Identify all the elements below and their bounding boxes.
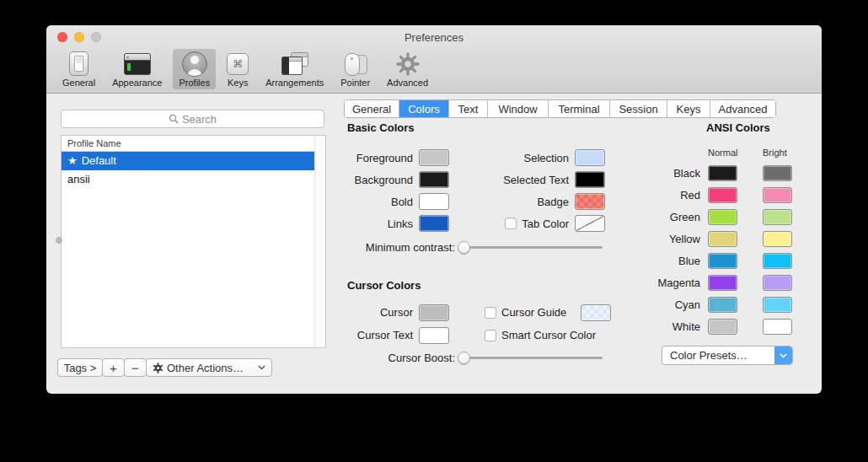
tab-color-checkbox[interactable] [505, 218, 517, 229]
ansi-row-yellow: Yellow [648, 228, 792, 250]
preferences-window: Preferences General × Appearance Profile… [46, 25, 822, 394]
profile-tabbar: General Colors Text Window Terminal Sess… [344, 99, 776, 118]
chevron-down-icon [774, 346, 792, 364]
badge-color-well[interactable] [575, 193, 605, 210]
ansi-cyan-bright-well[interactable] [763, 297, 792, 313]
cursor-boost-slider[interactable] [459, 357, 603, 359]
star-icon: ★ [67, 152, 78, 170]
tab-color-well[interactable] [575, 215, 605, 232]
ansi-colors-title: ANSI Colors [706, 121, 770, 134]
bold-color-well[interactable] [419, 193, 449, 210]
selected-text-color-well[interactable] [575, 171, 605, 188]
other-actions-dropdown[interactable]: Other Actions… [146, 358, 272, 377]
ansi-green-bright-well[interactable] [763, 209, 792, 225]
person-circle-icon [182, 51, 207, 76]
selection-color-well[interactable] [575, 149, 605, 166]
smart-cursor-checkbox[interactable] [485, 330, 496, 341]
ansi-yellow-bright-well[interactable] [763, 231, 792, 247]
ansi-row-green: Green [648, 206, 792, 228]
tab-keys[interactable]: Keys [667, 100, 710, 117]
profile-row-ansii[interactable]: ansii [62, 170, 315, 189]
foreground-color-well[interactable] [419, 149, 449, 166]
minimum-contrast-row: Minimum contrast: [346, 238, 603, 256]
mouse-icon [343, 51, 368, 76]
cursor-guide-color-well[interactable] [581, 304, 611, 321]
toolbar-item-profiles[interactable]: Profiles [173, 49, 216, 89]
cursor-text-color-well[interactable] [419, 327, 449, 344]
basic-colors-right: Selection Selected Text Badge Tab Color [476, 147, 605, 234]
slider-knob[interactable] [458, 241, 470, 254]
ansi-bright-header: Bright [763, 148, 787, 158]
cursor-guide-row: Cursor Guide [485, 301, 611, 324]
profile-list: Profile Name ★ Default ansii [61, 135, 326, 348]
tab-colors[interactable]: Colors [399, 100, 449, 117]
cursor-row: Cursor [343, 301, 449, 324]
toolbar-item-pointer[interactable]: Pointer [335, 49, 376, 89]
ansi-white-normal-well[interactable] [708, 319, 737, 335]
gear-icon [153, 363, 163, 373]
ansi-row-cyan: Cyan [648, 293, 792, 315]
ansi-blue-normal-well[interactable] [708, 253, 737, 269]
badge-row: Badge [476, 191, 605, 212]
search-placeholder: Search [182, 113, 217, 126]
tab-terminal[interactable]: Terminal [549, 100, 610, 117]
minimum-contrast-slider[interactable] [459, 246, 603, 249]
window-title: Preferences [46, 31, 822, 44]
ansi-row-red: Red [648, 184, 792, 206]
ansi-blue-bright-well[interactable] [763, 253, 792, 269]
window-arrangement-icon [281, 51, 308, 76]
profile-actions-bar: Tags > + − Other Actions… [57, 358, 272, 377]
cursor-color-well[interactable] [419, 304, 449, 321]
cursor-colors-right: Cursor Guide Smart Cursor Color [485, 301, 611, 346]
toolbar-item-appearance[interactable]: × Appearance [106, 49, 168, 89]
ansi-normal-header: Normal [708, 148, 737, 158]
cursor-colors-left: Cursor Cursor Text [343, 301, 449, 346]
toolbar-item-arrangements[interactable]: Arrangements [260, 49, 330, 89]
ansi-cyan-normal-well[interactable] [708, 297, 737, 313]
add-profile-button[interactable]: + [102, 358, 125, 377]
cursor-boost-row: Cursor Boost: [346, 348, 603, 367]
profile-name: Default [82, 152, 116, 170]
slider-knob[interactable] [458, 352, 470, 364]
window-chrome: Preferences General × Appearance Profile… [46, 25, 822, 94]
list-scrollbar-track[interactable] [314, 136, 325, 347]
ansi-colors-grid: Black Red Green Yellow Blue Magenta [648, 162, 792, 337]
tab-color-row: Tab Color [476, 212, 605, 234]
ansi-magenta-normal-well[interactable] [708, 275, 737, 291]
tags-button[interactable]: Tags > [57, 358, 103, 377]
tab-text[interactable]: Text [449, 100, 488, 117]
cursor-guide-checkbox[interactable] [485, 307, 496, 319]
ansi-green-normal-well[interactable] [708, 209, 737, 225]
selection-row: Selection [476, 147, 605, 169]
ansi-row-black: Black [648, 162, 792, 184]
gear-icon [396, 51, 420, 76]
basic-colors-left: Foreground Background Bold Links [343, 147, 449, 234]
selected-text-row: Selected Text [476, 169, 605, 191]
ansi-white-bright-well[interactable] [763, 319, 792, 335]
color-presets-dropdown[interactable]: Color Presets… [662, 346, 793, 365]
tab-session[interactable]: Session [610, 100, 667, 117]
ansi-red-normal-well[interactable] [708, 187, 737, 203]
tab-general[interactable]: General [345, 100, 399, 117]
profile-row-default[interactable]: ★ Default [62, 152, 315, 170]
titlebar[interactable]: Preferences [46, 25, 822, 49]
background-color-well[interactable] [419, 171, 449, 188]
cursor-colors-title: Cursor Colors [347, 279, 421, 292]
ansi-magenta-bright-well[interactable] [763, 275, 792, 291]
tab-window[interactable]: Window [488, 100, 549, 117]
toolbar-item-advanced[interactable]: Advanced [381, 49, 434, 89]
search-icon [169, 114, 179, 124]
toolbar-item-keys[interactable]: ⌘ Keys [221, 49, 255, 89]
ansi-black-bright-well[interactable] [763, 165, 792, 181]
remove-profile-button[interactable]: − [124, 358, 147, 377]
tab-advanced[interactable]: Advanced [710, 100, 775, 117]
toolbar: General × Appearance Profiles ⌘ Keys [56, 49, 434, 89]
ansi-black-normal-well[interactable] [708, 165, 737, 181]
ansi-red-bright-well[interactable] [763, 187, 792, 203]
chevron-down-icon [258, 365, 265, 370]
ansi-yellow-normal-well[interactable] [708, 231, 737, 247]
search-input[interactable]: Search [61, 110, 324, 128]
toolbar-item-general[interactable]: General [56, 49, 101, 89]
links-color-well[interactable] [419, 215, 449, 232]
links-row: Links [343, 212, 449, 234]
